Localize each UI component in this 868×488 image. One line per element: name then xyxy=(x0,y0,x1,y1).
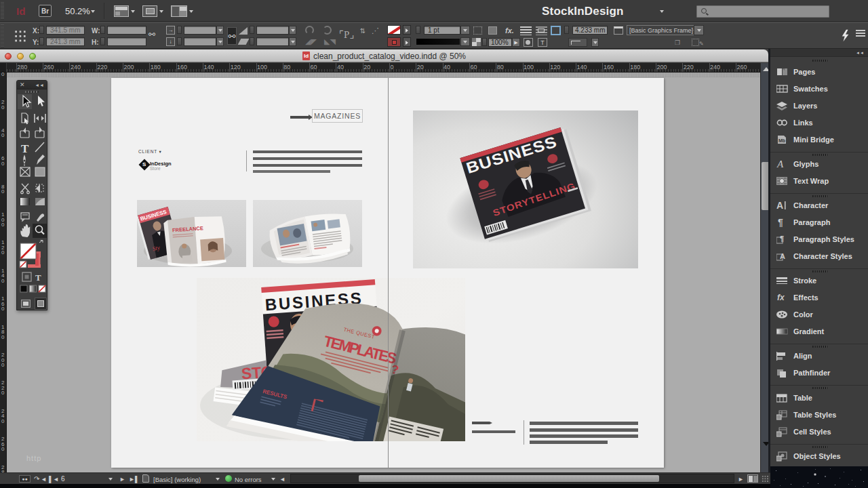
svg-text:fx: fx xyxy=(777,293,785,302)
svg-text:A: A xyxy=(776,200,783,211)
svg-text:A: A xyxy=(776,159,784,169)
svg-text:T: T xyxy=(35,272,41,283)
svg-text:¶: ¶ xyxy=(778,217,783,228)
svg-text:T: T xyxy=(21,142,29,155)
svg-text:¶: ¶ xyxy=(780,235,784,243)
svg-text:Mb: Mb xyxy=(778,138,785,143)
svg-text:A: A xyxy=(780,252,785,260)
